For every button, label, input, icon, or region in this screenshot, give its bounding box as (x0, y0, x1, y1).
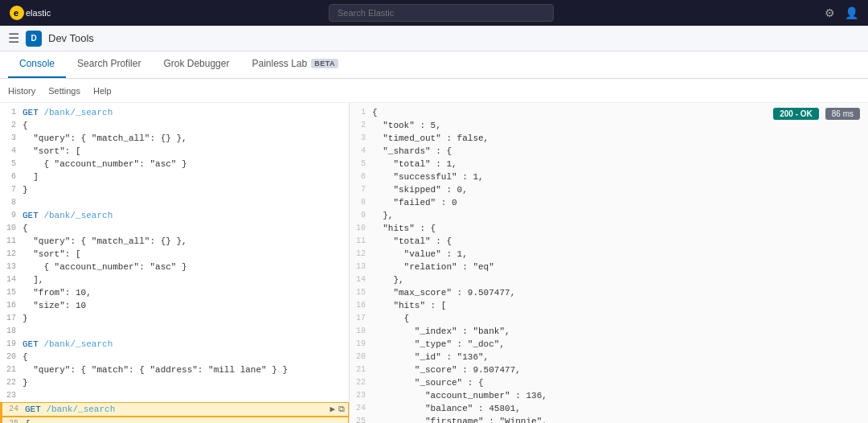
line-number: 21 (353, 363, 372, 376)
output-line: 13 "relation" : "eq" (350, 261, 868, 273)
editor-line: 22} (0, 376, 349, 389)
code-editor[interactable]: 1GET /bank/_search2{3 "query": { "match_… (0, 103, 349, 423)
output-line-content: "_shards" : { (372, 145, 865, 158)
output-line: 3 "timed_out" : false, (350, 132, 868, 145)
search-input[interactable] (329, 4, 554, 22)
output-line: 4 "_shards" : { (350, 145, 868, 158)
history-button[interactable]: History (8, 84, 35, 97)
line-number: 24 (353, 402, 372, 415)
editor-line: 24GET /bank/_search▶⧉ (0, 402, 349, 417)
line-content: ], (23, 273, 346, 286)
line-number: 8 (353, 196, 372, 209)
line-number: 1 (3, 106, 23, 119)
run-icon[interactable]: ▶ (330, 403, 335, 416)
line-number: 15 (3, 286, 23, 299)
global-search[interactable] (329, 4, 554, 22)
output-line: 24 "balance" : 45801, (350, 402, 868, 415)
output-line: 6 "successful" : 1, (350, 170, 868, 183)
output-area: 1{2 "took" : 5,3 "timed_out" : false,4 "… (350, 103, 868, 423)
output-line: 19 "_type" : "_doc", (350, 338, 868, 351)
output-line-content: "_id" : "136", (372, 351, 865, 363)
editor-line: 9GET /bank/_search (0, 209, 349, 222)
output-line-content: "hits" : [ (372, 299, 865, 312)
svg-text:elastic: elastic (26, 8, 51, 18)
line-content: "sort": [ (23, 248, 346, 261)
line-number: 18 (353, 325, 372, 338)
help-button[interactable]: Help (93, 84, 112, 97)
right-panel-output: 200 - OK 86 ms 1{2 "took" : 5,3 "timed_o… (350, 103, 868, 423)
line-number: 9 (353, 209, 372, 222)
output-line-content: "value" : 1, (372, 248, 865, 261)
line-content: GET /bank/_search (23, 209, 346, 222)
line-number: 20 (3, 351, 23, 363)
output-line: 20 "_id" : "136", (350, 351, 868, 363)
line-number: 25 (6, 417, 25, 423)
output-line: 8 "failed" : 0 (350, 196, 868, 209)
editor-line: 16 "size": 10 (0, 299, 349, 312)
editor-line: 21 "query": { "match": { "address": "mil… (0, 363, 349, 376)
copy-icon[interactable]: ⧉ (338, 403, 345, 416)
tab-grok-debugger[interactable]: Grok Debugger (152, 51, 240, 78)
settings-button[interactable]: Settings (48, 84, 80, 97)
line-number: 23 (353, 389, 372, 402)
editor-line: 17} (0, 312, 349, 325)
editor-line: 8 (0, 196, 349, 209)
line-number: 16 (3, 299, 23, 312)
editor-line: 15 "from": 10, (0, 286, 349, 299)
editor-line: 11 "query": { "match_all": {} }, (0, 235, 349, 248)
output-line: 23 "account_number" : 136, (350, 389, 868, 402)
line-content: "query": { "match_all": {} }, (23, 235, 346, 248)
output-line-content: "_source" : { (372, 376, 865, 389)
second-bar: ☰ D Dev Tools (0, 26, 868, 51)
editor-line: 19GET /bank/_search (0, 338, 349, 351)
output-line-content: "total" : 1, (372, 158, 865, 170)
line-content: } (23, 376, 346, 389)
output-line: 9 }, (350, 209, 868, 222)
output-line-content: { (372, 312, 865, 325)
status-ok: 200 - OK (773, 108, 819, 120)
line-number: 3 (3, 132, 23, 145)
user-icon[interactable]: 👤 (845, 6, 858, 19)
line-number: 6 (3, 170, 23, 183)
line-number: 2 (3, 119, 23, 132)
line-number: 5 (353, 158, 372, 170)
line-number: 2 (353, 119, 372, 132)
hamburger-menu[interactable]: ☰ (8, 31, 19, 46)
tab-search-profiler[interactable]: Search Profiler (66, 51, 152, 78)
line-number: 4 (3, 145, 23, 158)
line-content: { (23, 351, 346, 363)
line-content: GET /bank/_search (23, 106, 346, 119)
line-content: { (23, 222, 346, 235)
line-number: 14 (353, 273, 372, 286)
output-line-content: "_index" : "bank", (372, 325, 865, 338)
line-number: 22 (3, 376, 23, 389)
editor-line: 14 ], (0, 273, 349, 286)
editor-line: 2{ (0, 119, 349, 132)
line-content: "from": 10, (23, 286, 346, 299)
output-line-content: "relation" : "eq" (372, 261, 865, 273)
line-number: 12 (353, 248, 372, 261)
left-panel-editor: 1GET /bank/_search2{3 "query": { "match_… (0, 103, 350, 423)
line-content: { (23, 119, 346, 132)
line-number: 7 (353, 183, 372, 196)
line-number: 17 (353, 312, 372, 325)
editor-line: 13 { "account_number": "asc" } (0, 261, 349, 273)
line-number: 23 (3, 389, 23, 402)
line-number: 13 (353, 261, 372, 273)
output-line-content: "_score" : 9.507477, (372, 363, 865, 376)
line-number: 22 (353, 376, 372, 389)
output-line: 16 "hits" : [ (350, 299, 868, 312)
settings-icon[interactable]: ⚙ (825, 6, 835, 19)
line-number: 6 (353, 170, 372, 183)
line-number: 12 (3, 248, 23, 261)
output-line-content: }, (372, 273, 865, 286)
output-line: 14 }, (350, 273, 868, 286)
line-number: 19 (353, 338, 372, 351)
elastic-logo[interactable]: e elastic (10, 6, 58, 20)
editor-line: 3 "query": { "match_all": {} }, (0, 132, 349, 145)
tab-console[interactable]: Console (8, 51, 66, 78)
output-line: 12 "value" : 1, (350, 248, 868, 261)
line-number: 19 (3, 338, 23, 351)
tab-painless-lab[interactable]: Painless Lab BETA (240, 51, 350, 78)
line-content: } (23, 183, 346, 196)
